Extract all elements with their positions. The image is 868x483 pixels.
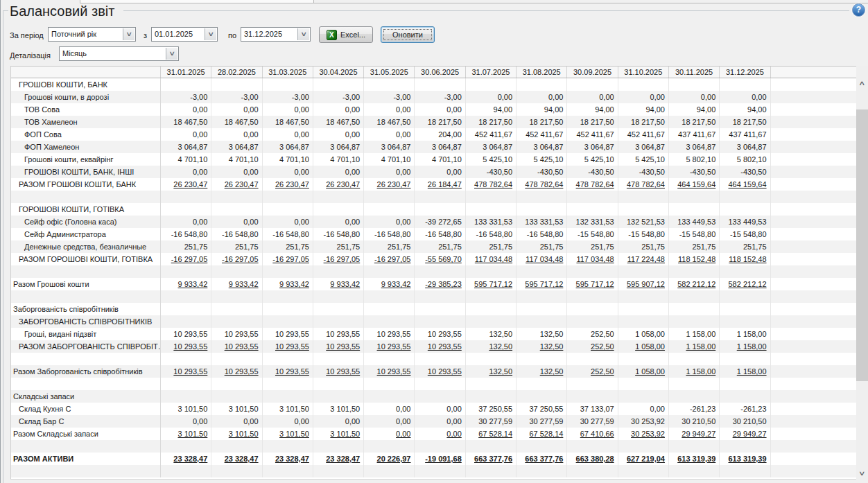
value-cell[interactable]: 118 152,48: [720, 253, 770, 265]
value-cell[interactable]: -16 297,05: [364, 253, 415, 265]
value-cell[interactable]: 0,00: [211, 415, 262, 428]
value-cell[interactable]: 67 528,14: [517, 428, 567, 440]
value-cell[interactable]: 0,00: [364, 415, 415, 428]
value-cell[interactable]: 1 158,00: [720, 340, 770, 353]
value-cell[interactable]: 23 328,47: [211, 453, 262, 465]
value-cell[interactable]: 437 411,67: [669, 128, 720, 141]
value-cell[interactable]: 3 064,87: [517, 141, 567, 153]
value-cell[interactable]: 10 293,55: [313, 328, 364, 340]
value-cell[interactable]: 252,50: [567, 365, 618, 378]
value-cell[interactable]: 595 907,12: [618, 278, 669, 290]
value-cell[interactable]: 30 253,92: [618, 428, 669, 440]
value-cell[interactable]: 437 411,67: [720, 128, 770, 141]
value-cell[interactable]: 30 253,92: [618, 415, 669, 428]
value-cell[interactable]: 30 277,59: [517, 415, 567, 428]
value-cell[interactable]: 67 528,14: [466, 428, 517, 440]
value-cell[interactable]: 0,00: [567, 91, 618, 103]
value-cell[interactable]: 251,75: [263, 240, 313, 253]
value-cell[interactable]: 0,00: [263, 216, 313, 228]
value-cell[interactable]: -3,00: [364, 91, 415, 103]
value-cell[interactable]: 478 782,64: [517, 178, 567, 191]
row-label[interactable]: ГРОШОВІ КОШТИ, БАНК: [11, 78, 161, 91]
value-cell[interactable]: 0,00: [415, 428, 465, 440]
value-cell[interactable]: 252,50: [567, 328, 618, 340]
value-cell[interactable]: 18 217,50: [517, 116, 567, 128]
value-cell[interactable]: 132,50: [466, 365, 517, 378]
vertical-scrollbar[interactable]: ∧ ∨: [856, 66, 868, 480]
value-cell[interactable]: 132,50: [466, 328, 517, 340]
date-from-select[interactable]: 01.01.2025 ∨: [151, 27, 218, 42]
value-cell[interactable]: 29 949,27: [669, 428, 720, 440]
row-label[interactable]: Склад Кухня С: [11, 403, 161, 415]
value-cell[interactable]: 663 377,76: [466, 453, 517, 465]
value-cell[interactable]: 0,00: [415, 403, 465, 415]
value-cell[interactable]: 3 064,87: [263, 141, 313, 153]
value-cell[interactable]: 4 701,10: [211, 153, 262, 166]
value-cell[interactable]: 0,00: [161, 103, 211, 116]
value-cell[interactable]: 5 425,10: [466, 153, 517, 166]
value-cell[interactable]: 0,00: [313, 128, 364, 141]
value-cell[interactable]: 118 152,48: [669, 253, 720, 265]
row-label[interactable]: Грошові кошти, в дорозі: [11, 91, 161, 103]
row-label[interactable]: РАЗОМ АКТИВИ: [11, 453, 161, 465]
value-cell[interactable]: 133 331,53: [466, 216, 517, 228]
value-cell[interactable]: 1 158,00: [720, 328, 770, 340]
value-cell[interactable]: 132,50: [466, 340, 517, 353]
value-cell[interactable]: 10 293,55: [313, 365, 364, 378]
value-cell[interactable]: 0,00: [211, 166, 262, 178]
value-cell[interactable]: 452 411,67: [567, 128, 618, 141]
value-cell[interactable]: -3,00: [211, 91, 262, 103]
value-cell[interactable]: 627 219,04: [618, 453, 669, 465]
value-cell[interactable]: -430,50: [669, 166, 720, 178]
value-cell[interactable]: 10 293,55: [211, 328, 262, 340]
value-cell[interactable]: 132,50: [517, 328, 567, 340]
value-cell[interactable]: 3 101,50: [263, 403, 313, 415]
value-cell[interactable]: 0,00: [263, 415, 313, 428]
value-cell[interactable]: -15 548,80: [720, 228, 770, 240]
row-label[interactable]: Разом Заборгованість співробітників: [11, 365, 161, 378]
value-cell[interactable]: 0,00: [263, 103, 313, 116]
value-cell[interactable]: 582 212,12: [669, 278, 720, 290]
value-cell[interactable]: 117 224,48: [618, 253, 669, 265]
value-cell[interactable]: 4 701,10: [415, 153, 465, 166]
value-cell[interactable]: 26 184,47: [415, 178, 465, 191]
value-cell[interactable]: 3 101,50: [313, 428, 364, 440]
value-cell[interactable]: 3 101,50: [313, 403, 364, 415]
value-cell[interactable]: 3 064,87: [211, 141, 262, 153]
value-cell[interactable]: 0,00: [364, 166, 415, 178]
value-cell[interactable]: -16 297,05: [211, 253, 262, 265]
value-cell[interactable]: 0,00: [313, 216, 364, 228]
value-cell[interactable]: 132,50: [517, 340, 567, 353]
value-cell[interactable]: 1 158,00: [669, 365, 720, 378]
value-cell[interactable]: 37 250,55: [466, 403, 517, 415]
value-cell[interactable]: 10 293,55: [364, 328, 415, 340]
value-cell[interactable]: 3 064,87: [364, 141, 415, 153]
value-cell[interactable]: 4 701,10: [263, 153, 313, 166]
value-cell[interactable]: -3,00: [263, 91, 313, 103]
value-cell[interactable]: 0,00: [313, 166, 364, 178]
value-cell[interactable]: 478 782,64: [618, 178, 669, 191]
value-cell[interactable]: 9 933,42: [211, 278, 262, 290]
row-label[interactable]: Денежные средства, безналичные: [11, 240, 161, 253]
value-cell[interactable]: -16 548,80: [517, 228, 567, 240]
value-cell[interactable]: 10 293,55: [211, 365, 262, 378]
value-cell[interactable]: 94,00: [466, 103, 517, 116]
value-cell[interactable]: 252,50: [567, 340, 618, 353]
value-cell[interactable]: 464 159,64: [669, 178, 720, 191]
value-cell[interactable]: -16 297,05: [263, 253, 313, 265]
value-cell[interactable]: -16 548,80: [211, 228, 262, 240]
row-label[interactable]: Склад Бар С: [11, 415, 161, 428]
value-cell[interactable]: 30 277,59: [567, 415, 618, 428]
value-cell[interactable]: 132,50: [517, 365, 567, 378]
value-cell[interactable]: 204,00: [415, 128, 465, 141]
value-cell[interactable]: 0,00: [669, 91, 720, 103]
value-cell[interactable]: -15 548,80: [669, 228, 720, 240]
value-cell[interactable]: 251,75: [567, 240, 618, 253]
row-label[interactable]: Разом Складські запаси: [11, 428, 161, 440]
chevron-down-icon[interactable]: ∨: [205, 28, 216, 40]
value-cell[interactable]: 18 467,50: [263, 116, 313, 128]
value-cell[interactable]: 18 217,50: [618, 116, 669, 128]
value-cell[interactable]: 452 411,67: [618, 128, 669, 141]
value-cell[interactable]: 478 782,64: [567, 178, 618, 191]
value-cell[interactable]: 30 277,59: [466, 415, 517, 428]
